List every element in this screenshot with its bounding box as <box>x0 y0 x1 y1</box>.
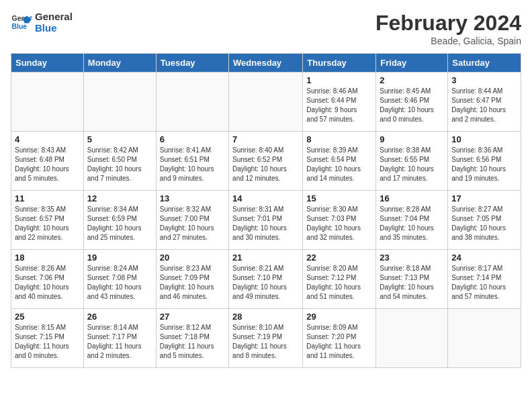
day-info: Sunrise: 8:46 AM Sunset: 6:44 PM Dayligh… <box>306 87 372 124</box>
table-row <box>83 73 156 132</box>
table-row: 9Sunrise: 8:38 AM Sunset: 6:55 PM Daylig… <box>376 132 448 191</box>
day-number: 5 <box>87 134 152 144</box>
day-number: 19 <box>87 253 152 263</box>
calendar-week-4: 18Sunrise: 8:26 AM Sunset: 7:06 PM Dayli… <box>11 250 521 309</box>
table-row: 18Sunrise: 8:26 AM Sunset: 7:06 PM Dayli… <box>11 250 84 309</box>
calendar-week-3: 11Sunrise: 8:35 AM Sunset: 6:57 PM Dayli… <box>11 191 521 250</box>
table-row: 21Sunrise: 8:21 AM Sunset: 7:10 PM Dayli… <box>229 250 303 309</box>
table-row <box>11 73 84 132</box>
day-number: 11 <box>15 193 80 203</box>
day-number: 20 <box>160 253 225 263</box>
table-row: 8Sunrise: 8:39 AM Sunset: 6:54 PM Daylig… <box>303 132 376 191</box>
table-row: 27Sunrise: 8:12 AM Sunset: 7:18 PM Dayli… <box>156 309 228 368</box>
day-number: 2 <box>380 75 444 85</box>
day-info: Sunrise: 8:24 AM Sunset: 7:08 PM Dayligh… <box>87 264 152 302</box>
day-info: Sunrise: 8:32 AM Sunset: 7:00 PM Dayligh… <box>160 205 225 242</box>
day-info: Sunrise: 8:23 AM Sunset: 7:09 PM Dayligh… <box>160 264 225 302</box>
day-info: Sunrise: 8:28 AM Sunset: 7:04 PM Dayligh… <box>380 205 444 242</box>
logo-icon: General Blue <box>11 11 32 33</box>
day-number: 29 <box>306 312 372 322</box>
day-info: Sunrise: 8:17 AM Sunset: 7:14 PM Dayligh… <box>451 264 517 302</box>
day-info: Sunrise: 8:38 AM Sunset: 6:55 PM Dayligh… <box>380 146 444 183</box>
day-number: 9 <box>380 134 444 144</box>
calendar-header-row: Sunday Monday Tuesday Wednesday Thursday… <box>11 54 521 73</box>
day-number: 18 <box>15 253 80 263</box>
table-row: 26Sunrise: 8:14 AM Sunset: 7:17 PM Dayli… <box>83 309 156 368</box>
day-info: Sunrise: 8:34 AM Sunset: 6:59 PM Dayligh… <box>87 205 152 242</box>
col-friday: Friday <box>376 54 448 73</box>
day-info: Sunrise: 8:12 AM Sunset: 7:18 PM Dayligh… <box>160 323 225 361</box>
table-row: 2Sunrise: 8:45 AM Sunset: 6:46 PM Daylig… <box>376 73 448 132</box>
day-number: 28 <box>232 312 299 322</box>
day-info: Sunrise: 8:41 AM Sunset: 6:51 PM Dayligh… <box>160 146 225 183</box>
col-monday: Monday <box>83 54 156 73</box>
day-info: Sunrise: 8:21 AM Sunset: 7:10 PM Dayligh… <box>232 264 299 302</box>
day-info: Sunrise: 8:42 AM Sunset: 6:50 PM Dayligh… <box>87 146 152 183</box>
day-info: Sunrise: 8:20 AM Sunset: 7:12 PM Dayligh… <box>306 264 372 302</box>
logo-general-text: General <box>35 11 73 22</box>
col-saturday: Saturday <box>448 54 521 73</box>
day-number: 13 <box>160 193 225 203</box>
table-row: 13Sunrise: 8:32 AM Sunset: 7:00 PM Dayli… <box>156 191 228 250</box>
day-info: Sunrise: 8:31 AM Sunset: 7:01 PM Dayligh… <box>232 205 299 242</box>
day-info: Sunrise: 8:26 AM Sunset: 7:06 PM Dayligh… <box>15 264 80 302</box>
calendar-week-2: 4Sunrise: 8:43 AM Sunset: 6:48 PM Daylig… <box>11 132 521 191</box>
day-number: 3 <box>451 75 517 85</box>
logo: General Blue General Blue <box>11 11 73 34</box>
table-row: 14Sunrise: 8:31 AM Sunset: 7:01 PM Dayli… <box>229 191 303 250</box>
table-row: 1Sunrise: 8:46 AM Sunset: 6:44 PM Daylig… <box>303 73 376 132</box>
table-row: 19Sunrise: 8:24 AM Sunset: 7:08 PM Dayli… <box>83 250 156 309</box>
col-tuesday: Tuesday <box>156 54 228 73</box>
day-number: 24 <box>451 253 517 263</box>
table-row <box>156 73 228 132</box>
calendar-week-1: 1Sunrise: 8:46 AM Sunset: 6:44 PM Daylig… <box>11 73 521 132</box>
day-number: 4 <box>15 134 80 144</box>
day-number: 7 <box>232 134 299 144</box>
col-sunday: Sunday <box>11 54 84 73</box>
table-row: 22Sunrise: 8:20 AM Sunset: 7:12 PM Dayli… <box>303 250 376 309</box>
table-row: 20Sunrise: 8:23 AM Sunset: 7:09 PM Dayli… <box>156 250 228 309</box>
day-info: Sunrise: 8:30 AM Sunset: 7:03 PM Dayligh… <box>306 205 372 242</box>
table-row: 5Sunrise: 8:42 AM Sunset: 6:50 PM Daylig… <box>83 132 156 191</box>
table-row: 4Sunrise: 8:43 AM Sunset: 6:48 PM Daylig… <box>11 132 84 191</box>
table-row: 29Sunrise: 8:09 AM Sunset: 7:20 PM Dayli… <box>303 309 376 368</box>
day-info: Sunrise: 8:39 AM Sunset: 6:54 PM Dayligh… <box>306 146 372 183</box>
day-info: Sunrise: 8:14 AM Sunset: 7:17 PM Dayligh… <box>87 323 152 361</box>
day-info: Sunrise: 8:09 AM Sunset: 7:20 PM Dayligh… <box>306 323 372 361</box>
day-number: 14 <box>232 193 299 203</box>
table-row: 15Sunrise: 8:30 AM Sunset: 7:03 PM Dayli… <box>303 191 376 250</box>
table-row: 17Sunrise: 8:27 AM Sunset: 7:05 PM Dayli… <box>448 191 521 250</box>
day-info: Sunrise: 8:43 AM Sunset: 6:48 PM Dayligh… <box>15 146 80 183</box>
table-row <box>376 309 448 368</box>
day-number: 8 <box>306 134 372 144</box>
day-number: 17 <box>451 193 517 203</box>
day-number: 25 <box>15 312 80 322</box>
day-number: 27 <box>160 312 225 322</box>
table-row <box>229 73 303 132</box>
day-number: 1 <box>306 75 372 85</box>
table-row: 10Sunrise: 8:36 AM Sunset: 6:56 PM Dayli… <box>448 132 521 191</box>
location-subtitle: Beade, Galicia, Spain <box>375 36 521 46</box>
day-info: Sunrise: 8:15 AM Sunset: 7:15 PM Dayligh… <box>15 323 80 361</box>
page-header: General Blue General Blue February 2024 … <box>11 11 521 46</box>
day-info: Sunrise: 8:44 AM Sunset: 6:47 PM Dayligh… <box>451 87 517 124</box>
title-block: February 2024 Beade, Galicia, Spain <box>375 11 521 46</box>
table-row: 3Sunrise: 8:44 AM Sunset: 6:47 PM Daylig… <box>448 73 521 132</box>
table-row: 12Sunrise: 8:34 AM Sunset: 6:59 PM Dayli… <box>83 191 156 250</box>
table-row: 24Sunrise: 8:17 AM Sunset: 7:14 PM Dayli… <box>448 250 521 309</box>
table-row: 25Sunrise: 8:15 AM Sunset: 7:15 PM Dayli… <box>11 309 84 368</box>
day-info: Sunrise: 8:18 AM Sunset: 7:13 PM Dayligh… <box>380 264 444 302</box>
day-number: 15 <box>306 193 372 203</box>
day-info: Sunrise: 8:10 AM Sunset: 7:19 PM Dayligh… <box>232 323 299 361</box>
day-info: Sunrise: 8:45 AM Sunset: 6:46 PM Dayligh… <box>380 87 444 124</box>
day-number: 6 <box>160 134 225 144</box>
calendar-week-5: 25Sunrise: 8:15 AM Sunset: 7:15 PM Dayli… <box>11 309 521 368</box>
table-row: 28Sunrise: 8:10 AM Sunset: 7:19 PM Dayli… <box>229 309 303 368</box>
day-number: 21 <box>232 253 299 263</box>
day-number: 16 <box>380 193 444 203</box>
col-wednesday: Wednesday <box>229 54 303 73</box>
table-row: 23Sunrise: 8:18 AM Sunset: 7:13 PM Dayli… <box>376 250 448 309</box>
table-row: 7Sunrise: 8:40 AM Sunset: 6:52 PM Daylig… <box>229 132 303 191</box>
day-info: Sunrise: 8:35 AM Sunset: 6:57 PM Dayligh… <box>15 205 80 242</box>
table-row: 11Sunrise: 8:35 AM Sunset: 6:57 PM Dayli… <box>11 191 84 250</box>
